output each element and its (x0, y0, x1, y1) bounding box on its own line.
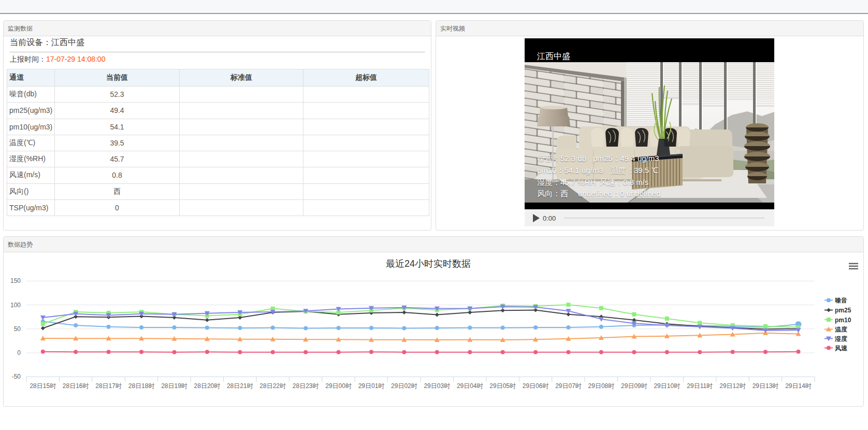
svg-text:噪音: 噪音 (835, 297, 847, 304)
svg-text:29日07时: 29日07时 (555, 382, 582, 390)
svg-text:29日09时: 29日09时 (621, 382, 647, 390)
svg-text:0: 0 (17, 349, 21, 356)
svg-text:28日22时: 28日22时 (259, 382, 286, 390)
svg-text:29日12时: 29日12时 (719, 382, 746, 390)
svg-text:29日08时: 29日08时 (588, 382, 615, 390)
svg-text:29日03时: 29日03时 (424, 382, 450, 390)
svg-text:150: 150 (10, 277, 21, 284)
svg-text:29日02时: 29日02时 (391, 382, 417, 390)
svg-text:28日19时: 28日19时 (161, 382, 187, 390)
svg-text:风速: 风速 (834, 345, 848, 352)
svg-text:29日13时: 29日13时 (753, 382, 779, 390)
svg-text:28日23时: 28日23时 (293, 382, 319, 390)
svg-text:28日21时: 28日21时 (227, 382, 253, 390)
svg-text:29日01时: 29日01时 (358, 382, 385, 390)
svg-text:29日06时: 29日06时 (523, 382, 549, 390)
svg-text:温度: 温度 (835, 326, 847, 333)
svg-text:28日15时: 28日15时 (30, 382, 56, 390)
svg-text:最近24小时实时数据: 最近24小时实时数据 (386, 259, 471, 269)
svg-text:pm25: pm25 (835, 307, 851, 314)
svg-text:pm10: pm10 (835, 317, 851, 324)
svg-text:29日14时: 29日14时 (785, 382, 812, 390)
svg-text:28日20时: 28日20时 (194, 382, 221, 390)
svg-text:100: 100 (10, 302, 21, 309)
svg-text:29日05时: 29日05时 (489, 382, 516, 390)
svg-text:29日10时: 29日10时 (654, 382, 680, 390)
svg-text:湿度: 湿度 (834, 335, 847, 342)
svg-text:28日18时: 28日18时 (128, 382, 155, 390)
svg-text:50: 50 (14, 325, 21, 333)
svg-text:29日04时: 29日04时 (457, 382, 483, 390)
svg-text:29日11时: 29日11时 (687, 382, 713, 390)
svg-text:28日17时: 28日17时 (95, 382, 122, 390)
svg-text:28日16时: 28日16时 (63, 382, 89, 390)
svg-text:29日00时: 29日00时 (325, 382, 352, 390)
svg-text:-50: -50 (12, 373, 21, 380)
